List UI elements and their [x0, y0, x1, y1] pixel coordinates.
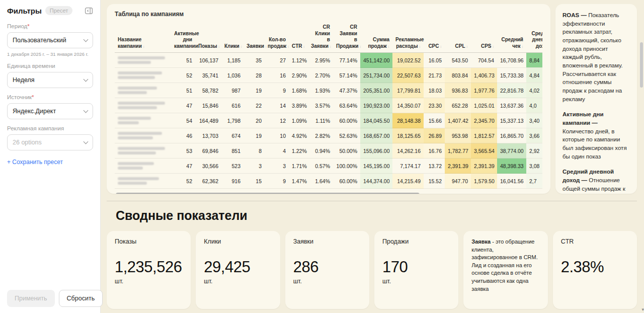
campaign-table: Название кампании↕Активные дни кампании↕… — [115, 22, 542, 189]
column-header[interactable]: CR Заявки в Продажи↕ — [333, 22, 360, 53]
table-cell: 1.93% — [308, 83, 333, 98]
sort-icon: ↕ — [493, 45, 495, 48]
chevron-down-icon — [84, 76, 89, 82]
table-cell: 0.94% — [308, 143, 333, 159]
sort-icon: ↕ — [265, 45, 267, 48]
summary-card-ctr: CTR2.38% — [553, 231, 637, 309]
save-preset-link[interactable]: + Сохранить пресет — [7, 159, 63, 166]
collapse-panel-icon[interactable] — [85, 7, 93, 15]
campaign-name-redacted — [115, 98, 171, 113]
reset-button[interactable]: Сбросить — [59, 290, 103, 307]
column-header[interactable]: Сумма продаж↕ — [360, 22, 392, 53]
column-header[interactable]: CPL↕ — [445, 22, 471, 53]
table-cell: 3.89% — [289, 98, 308, 113]
column-header[interactable]: CR Клики в Заявки↕ — [308, 22, 333, 53]
field-campaign: Рекламная кампания 26 options — [7, 125, 93, 150]
field-period: Период* Пользовательский 1 декабря 2025 … — [7, 23, 93, 57]
table-cell: 16 — [265, 68, 289, 83]
metric-unit: шт. — [115, 278, 183, 285]
column-header[interactable]: Активные дни кампании↕ — [171, 22, 195, 53]
table-cell: 8,84 — [526, 53, 542, 68]
column-header[interactable]: Заявки↕ — [244, 22, 265, 53]
chevron-down-icon — [84, 108, 89, 113]
table-cell: 3,565.54 — [471, 143, 497, 159]
column-header[interactable]: Средний дневной доход↕ — [526, 22, 542, 53]
glossary-card: ROAS — Показатель эффективности рекламны… — [555, 4, 637, 194]
table-cell: 616 — [221, 98, 244, 113]
summary-cards: Показы1,235,526шт.Клики29,425шт.Заявки28… — [107, 231, 637, 309]
table-cell: 15,337.13 — [497, 113, 526, 128]
glossary-entry: Активные дни кампании — Количество дней,… — [562, 110, 630, 161]
metric-unit: шт. — [204, 278, 272, 285]
table-row: 54164,4891,79820121.09%1.11%60.00%184,04… — [115, 113, 542, 128]
table-cell: 3 — [244, 159, 265, 174]
glossary-entry: ROAS — Показатель эффективности рекламны… — [562, 11, 630, 103]
table-cell: 3,40 — [526, 113, 542, 128]
horizontal-scrollbar[interactable] — [115, 193, 542, 194]
table-cell: 17,799.81 — [392, 83, 424, 98]
column-header[interactable]: CPS↕ — [471, 22, 497, 53]
table-cell: 1,579.50 — [471, 174, 497, 189]
table-cell: 15,733.38 — [497, 68, 526, 83]
column-header[interactable]: Рекламные расходы↕ — [392, 22, 424, 53]
sort-icon: ↕ — [240, 45, 243, 48]
table-cell: 16.05 — [424, 53, 445, 68]
column-header[interactable]: Показы↕ — [195, 22, 221, 53]
column-header[interactable]: Название кампании↕ — [115, 22, 171, 53]
column-header[interactable]: Кол-во продаж↕ — [265, 22, 289, 53]
table-row: 5235,7411,03628162.90%2.70%57.14%251,734… — [115, 68, 542, 83]
sort-icon: ↕ — [330, 45, 332, 48]
table-cell: 704.54 — [471, 53, 497, 68]
period-select[interactable]: Пользовательский — [7, 32, 93, 48]
table-cell: 1,185 — [221, 53, 244, 68]
filters-panel: Фильтры Пресет Период* Пользовательский … — [0, 0, 101, 313]
source-select[interactable]: Яндекс.Директ — [7, 103, 93, 119]
table-cell: 52 — [171, 68, 195, 83]
chevron-down-icon — [84, 37, 89, 42]
table-cell: 16.76 — [424, 143, 445, 159]
table-cell: 69,846 — [195, 143, 221, 159]
column-header[interactable]: Клики↕ — [221, 22, 244, 53]
vertical-scrollbar[interactable] — [640, 0, 643, 313]
vertical-scrollbar-thumb[interactable] — [640, 42, 643, 88]
table-cell: 674 — [221, 128, 244, 143]
table-cell: 3,66 — [526, 128, 542, 143]
table-cell: 35,741 — [195, 68, 221, 83]
required-mark: * — [32, 94, 34, 100]
table-cell: 936.83 — [445, 83, 471, 98]
table-cell: 851 — [221, 143, 244, 159]
preset-badge[interactable]: Пресет — [45, 6, 72, 15]
table-cell: 953.98 — [445, 128, 471, 143]
column-header[interactable]: CTR↕ — [289, 22, 308, 53]
filters-actions: Применить Сбросить — [7, 290, 103, 307]
chevron-down-icon — [84, 139, 89, 144]
metric-value: 1,235,526 — [115, 258, 183, 276]
field-source: Источник* Яндекс.Директ — [7, 94, 93, 119]
campaign-select[interactable]: 26 options — [7, 134, 93, 150]
sort-icon: ↕ — [440, 45, 442, 48]
time-unit-select[interactable]: Неделя — [7, 72, 93, 88]
table-cell: 19,022.52 — [392, 53, 424, 68]
table-cell: 7,174.17 — [392, 159, 424, 174]
table-cell: 16,041.56 — [497, 174, 526, 189]
table-cell: 16,708.96 — [497, 53, 526, 68]
table-cell: 4 — [265, 143, 289, 159]
campaign-name-redacted — [115, 83, 171, 98]
apply-button[interactable]: Применить — [7, 290, 55, 307]
table-cell: 1,406.73 — [471, 68, 497, 83]
glossary-entry: Средний дневной доход — Отношение общей … — [562, 168, 630, 194]
summary-card-leads: Заявки286шт. — [285, 231, 369, 309]
table-cell: 62,362 — [195, 174, 221, 189]
campaign-name-redacted — [115, 68, 171, 83]
column-header[interactable]: Средний чек↕ — [497, 22, 526, 53]
table-cell: 164,489 — [195, 113, 221, 128]
scroll-down-arrow-icon[interactable]: ▾ — [641, 307, 644, 312]
table-cell: 168,657.00 — [360, 128, 392, 143]
table-cell: 1,977.76 — [471, 83, 497, 98]
column-header[interactable]: CPC↕ — [424, 22, 445, 53]
sort-icon: ↕ — [143, 45, 145, 48]
table-row: 4613,70367419104.92%2.82%52.63%168,657.0… — [115, 128, 542, 143]
table-cell: 523 — [221, 159, 244, 174]
table-cell: 1.09% — [289, 113, 308, 128]
horizontal-scrollbar-thumb[interactable] — [116, 193, 420, 194]
